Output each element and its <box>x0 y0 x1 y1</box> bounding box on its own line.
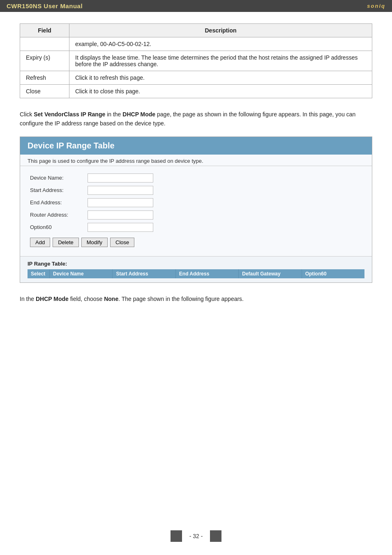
field-cell: Close <box>20 85 69 98</box>
col-device-name: Device Name <box>50 269 113 278</box>
description-cell: Click it to close this page. <box>69 85 372 98</box>
field-cell: Refresh <box>20 71 69 85</box>
device-name-label: Device Name: <box>30 175 88 181</box>
footer-text-part3: . The page shown in the following figure… <box>118 296 244 302</box>
modify-button[interactable]: Modify <box>81 238 108 247</box>
footer-text-part1: In the <box>20 296 36 302</box>
widget-title: Device IP Range Table <box>20 137 372 155</box>
col-default-gateway: Default Gateway <box>239 269 302 278</box>
main-content: Field Description example, 00-A0-C5-00-0… <box>0 12 392 328</box>
col-description-header: Description <box>69 24 372 37</box>
footer-right-square <box>210 530 221 542</box>
start-address-row: Start Address: <box>30 186 362 195</box>
router-address-label: Router Address: <box>30 212 88 218</box>
add-button[interactable]: Add <box>30 238 50 247</box>
table-row: Expiry (s) It displays the lease time. T… <box>20 51 372 71</box>
ip-range-table-header: Select Device Name Start Address End Add… <box>28 269 364 278</box>
ip-range-label: IP Range Table: <box>28 261 364 267</box>
footer-left-square <box>171 530 182 542</box>
col-select: Select <box>28 269 50 278</box>
option60-input[interactable] <box>88 223 153 232</box>
intro-bold2: DHCP Mode <box>122 111 155 118</box>
description-cell: example, 00-A0-C5-00-02-12. <box>69 37 372 51</box>
manual-title: CWR150NS User Manual <box>7 2 83 9</box>
description-cell: Click it to refresh this page. <box>69 71 372 85</box>
col-end-address: End Address <box>176 269 239 278</box>
end-address-input[interactable] <box>88 198 153 207</box>
intro-bold1: Set VendorClass IP Range <box>34 111 105 118</box>
device-name-row: Device Name: <box>30 173 362 183</box>
table-row: Refresh Click it to refresh this page. <box>20 71 372 85</box>
col-option60: Option60 <box>302 269 364 278</box>
intro-paragraph: Click Set VendorClass IP Range in the DH… <box>20 110 372 128</box>
start-address-input[interactable] <box>88 186 153 195</box>
ip-range-section: IP Range Table: Select Device Name Start… <box>20 256 372 282</box>
footer-bold2: None <box>104 296 118 302</box>
form-buttons: Add Delete Modify Close <box>30 238 362 247</box>
close-button[interactable]: Close <box>110 238 134 247</box>
footer-paragraph: In the DHCP Mode field, choose None. The… <box>20 294 372 303</box>
footer-bold1: DHCP Mode <box>36 296 69 302</box>
description-cell: It displays the lease time. The lease ti… <box>69 51 372 71</box>
field-cell <box>20 37 69 51</box>
end-address-label: End Address: <box>30 199 88 206</box>
page-header: CWR150NS User Manual soniq <box>0 0 392 12</box>
router-address-row: Router Address: <box>30 210 362 220</box>
info-table: Field Description example, 00-A0-C5-00-0… <box>20 23 372 98</box>
option60-label: Option60 <box>30 224 88 230</box>
intro-text-part1: Click <box>20 111 34 118</box>
field-cell: Expiry (s) <box>20 51 69 71</box>
delete-button[interactable]: Delete <box>53 238 79 247</box>
page-footer: - 32 - <box>0 530 392 542</box>
brand-logo: soniq <box>367 3 385 9</box>
end-address-row: End Address: <box>30 198 362 207</box>
table-row: Close Click it to close this page. <box>20 85 372 98</box>
device-ip-form: Device Name: Start Address: End Address:… <box>20 166 372 256</box>
intro-text-part2: in the <box>105 111 122 118</box>
option60-row: Option60 <box>30 223 362 232</box>
widget-description: This page is used to configure the IP ad… <box>20 155 372 166</box>
col-field-header: Field <box>20 24 69 37</box>
table-row: example, 00-A0-C5-00-02-12. <box>20 37 372 51</box>
router-address-input[interactable] <box>88 210 153 220</box>
device-name-input[interactable] <box>88 173 153 183</box>
start-address-label: Start Address: <box>30 187 88 193</box>
page-number: - 32 - <box>189 533 203 539</box>
device-ip-range-widget: Device IP Range Table This page is used … <box>20 136 372 283</box>
col-start-address: Start Address <box>113 269 175 278</box>
footer-text-part2: field, choose <box>69 296 104 302</box>
